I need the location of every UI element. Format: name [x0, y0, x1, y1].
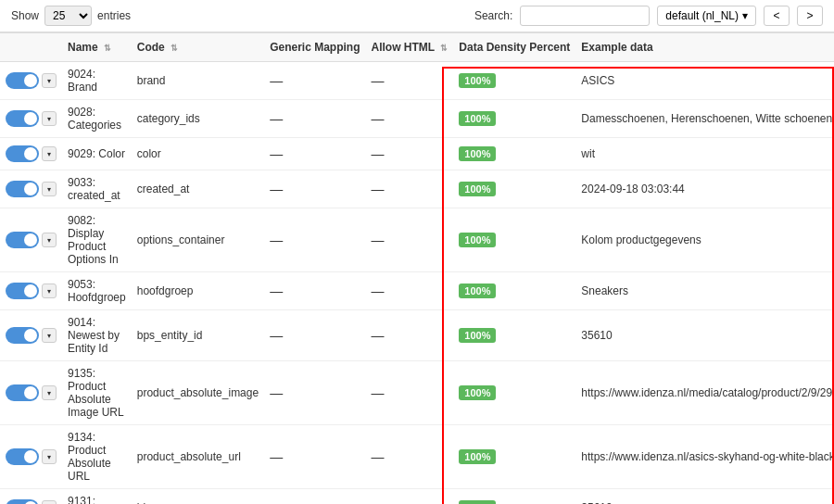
cell-name: 9082: Display Product Options In — [62, 208, 132, 272]
toggle-extra[interactable]: ▾ — [42, 328, 57, 343]
cell-example: https://www.idenza.nl/media/catalog/prod… — [575, 361, 834, 425]
col-density: Data Density Percent — [453, 33, 575, 62]
cell-allow-html: — — [366, 208, 454, 272]
show-select[interactable]: 25 10 50 100 — [44, 6, 92, 26]
cell-allow-html: — — [366, 489, 454, 505]
table-row: ▾ 9014: Newest by Entity Idbps_entity_id… — [0, 310, 834, 361]
density-badge: 100% — [459, 182, 496, 196]
toggle-extra[interactable]: ▾ — [42, 385, 57, 400]
dash-icon: — — [270, 385, 283, 400]
cell-generic: — — [264, 138, 365, 170]
cell-generic: — — [264, 425, 365, 489]
cell-code: category_ids — [132, 100, 264, 138]
cell-density: 100% — [453, 170, 575, 208]
toggle-knob — [24, 183, 37, 195]
search-input[interactable] — [520, 6, 650, 26]
cell-generic: — — [264, 272, 365, 310]
table-row: ▾ 9024: Brandbrand——100%ASICS ✎ — [0, 62, 834, 100]
toggle-switch[interactable] — [6, 327, 39, 344]
toggle-extra[interactable]: ▾ — [42, 284, 57, 298]
toggle-switch[interactable] — [6, 499, 39, 504]
density-badge: 100% — [459, 146, 496, 161]
cell-generic: — — [264, 100, 365, 138]
toggle-extra[interactable]: ▾ — [42, 73, 57, 88]
cell-code: brand — [132, 62, 264, 100]
cell-density: 100% — [453, 425, 575, 489]
toggle-switch[interactable] — [6, 448, 39, 465]
cell-name: 9033: created_at — [62, 170, 132, 208]
toggle-switch[interactable] — [6, 283, 39, 299]
toggle-extra[interactable]: ▾ — [42, 449, 57, 464]
dash-icon: — — [270, 146, 283, 161]
toggle-switch[interactable] — [6, 110, 39, 127]
dash-icon: — — [372, 328, 385, 343]
toggle-switch[interactable] — [6, 72, 39, 89]
entries-label: entries — [97, 9, 131, 22]
cell-density: 100% — [453, 310, 575, 361]
cell-code: product_absolute_url — [132, 425, 264, 489]
next-button[interactable]: > — [797, 6, 823, 26]
toggle-knob — [24, 386, 37, 399]
cell-allow-html: — — [366, 272, 454, 310]
toggle-extra[interactable]: ▾ — [42, 182, 57, 196]
toggle-switch[interactable] — [6, 232, 39, 248]
toggle-group: ▾ — [6, 232, 57, 248]
cell-example: 35610 — [575, 489, 834, 505]
toggle-group: ▾ — [6, 110, 57, 127]
toggle-knob — [24, 284, 37, 297]
dash-icon: — — [270, 233, 283, 247]
dash-icon: — — [372, 233, 385, 247]
toggle-knob — [24, 74, 37, 87]
toggle-knob — [24, 147, 37, 160]
dash-icon: — — [270, 328, 283, 343]
dash-icon: — — [372, 500, 385, 504]
col-code: Code ⇅ — [132, 33, 264, 62]
density-badge: 100% — [459, 385, 496, 400]
toggle-group: ▾ — [6, 448, 57, 465]
table-row: ▾ 9053: Hoofdgroephoofdgroep——100%Sneake… — [0, 272, 834, 310]
cell-example: Sneakers — [575, 272, 834, 310]
toggle-switch[interactable] — [6, 145, 39, 162]
dash-icon: — — [270, 111, 283, 126]
toggle-knob — [24, 450, 37, 463]
cell-allow-html: — — [366, 310, 454, 361]
table-row: ▾ 9082: Display Product Options Inoption… — [0, 208, 834, 272]
cell-name: 9053: Hoofdgroep — [62, 272, 132, 310]
search-controls: Search: default (nl_NL) ▾ < > — [474, 6, 823, 26]
show-entries-control: Show 25 10 50 100 entries — [11, 6, 131, 26]
toggle-knob — [24, 329, 37, 342]
toggle-switch[interactable] — [6, 384, 39, 401]
col-generic: Generic Mapping — [264, 33, 365, 62]
cell-name: 9135: Product Absolute Image URL — [62, 361, 132, 425]
prev-button[interactable]: < — [764, 6, 790, 26]
toggle-switch[interactable] — [6, 181, 39, 197]
dash-icon: — — [372, 111, 385, 126]
table-row: ▾ 9033: created_atcreated_at——100%2024-0… — [0, 170, 834, 208]
dash-icon: — — [372, 73, 385, 88]
cell-allow-html: — — [366, 425, 454, 489]
dash-icon: — — [270, 284, 283, 298]
cell-density: 100% — [453, 272, 575, 310]
cell-example: wit — [575, 138, 834, 170]
toggle-extra[interactable]: ▾ — [42, 233, 57, 247]
cell-example: Kolom productgegevens — [575, 208, 834, 272]
data-table: Name ⇅ Code ⇅ Generic Mapping Allow HTML… — [0, 32, 834, 504]
cell-name: 9134: Product Absolute URL — [62, 425, 132, 489]
density-badge: 100% — [459, 449, 496, 464]
toggle-group: ▾ — [6, 499, 57, 504]
col-html: Allow HTML ⇅ — [366, 33, 454, 62]
locale-button[interactable]: default (nl_NL) ▾ — [657, 6, 756, 26]
cell-code: color — [132, 138, 264, 170]
cell-code: id — [132, 489, 264, 505]
toggle-group: ▾ — [6, 384, 57, 401]
dash-icon: — — [270, 500, 283, 504]
toggle-group: ▾ — [6, 181, 57, 197]
toggle-extra[interactable]: ▾ — [42, 146, 57, 161]
toggle-extra[interactable]: ▾ — [42, 500, 57, 504]
toggle-extra[interactable]: ▾ — [42, 111, 57, 126]
cell-code: bps_entity_id — [132, 310, 264, 361]
cell-allow-html: — — [366, 100, 454, 138]
cell-density: 100% — [453, 489, 575, 505]
density-badge: 100% — [459, 500, 496, 504]
cell-name: 9131: Product ID — [62, 489, 132, 505]
